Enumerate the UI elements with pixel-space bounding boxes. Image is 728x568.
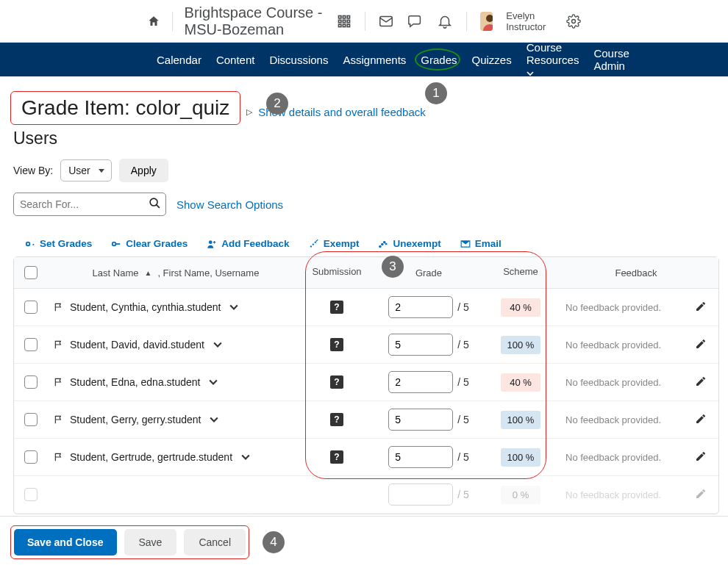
table-header: Last Name ▲ , First Name, Username Submi… [14, 257, 718, 289]
row-checkbox[interactable] [24, 375, 38, 389]
chevron-down-icon[interactable] [209, 378, 218, 387]
student-name[interactable]: Student, Edna, edna.student [70, 376, 200, 388]
flag-icon[interactable] [54, 302, 64, 312]
action-label: Email [475, 238, 502, 249]
chevron-down-icon[interactable] [241, 453, 250, 461]
nav-assignments[interactable]: Assignments [343, 54, 406, 66]
flag-icon[interactable] [54, 452, 64, 462]
svg-rect-9 [380, 16, 393, 26]
user-name[interactable]: Evelyn Instructor [506, 10, 553, 32]
annotation-box-footer: Save and Close Save Cancel [10, 525, 249, 559]
grade-input[interactable] [388, 371, 453, 393]
submission-status-icon[interactable]: ? [330, 301, 343, 314]
app-switcher-icon[interactable] [337, 14, 351, 29]
flag-icon[interactable] [54, 377, 64, 387]
action-clear-grades[interactable]: Clear Grades [111, 238, 188, 249]
action-email[interactable]: Email [460, 238, 502, 249]
col-checkbox-header [14, 257, 48, 288]
select-all-checkbox[interactable] [24, 266, 38, 279]
submission-status-icon[interactable]: ? [330, 413, 343, 426]
scheme-badge: 40 % [501, 373, 540, 392]
scheme-badge: 100 % [501, 448, 540, 467]
view-by-select[interactable]: User [60, 159, 112, 181]
col-submission-header[interactable]: Submission [304, 257, 370, 288]
nav-grades[interactable]: Grades [421, 54, 457, 66]
grade-input[interactable] [388, 296, 453, 318]
grade-input[interactable] [388, 409, 453, 431]
row-checkbox[interactable] [24, 338, 38, 351]
grade-input[interactable] [388, 334, 453, 356]
table-row: Student, Gertrude, gertrude.student ? / … [14, 439, 718, 476]
svg-point-13 [150, 198, 157, 206]
name-header-label: Last Name [93, 267, 139, 278]
grade-input[interactable] [388, 446, 453, 468]
search-row: Show Search Options [13, 193, 718, 216]
nav-course-resources-label: Course Resources [527, 41, 579, 66]
nav-discussions[interactable]: Discussions [269, 54, 328, 66]
edit-feedback-icon[interactable] [695, 488, 707, 502]
search-input[interactable] [20, 198, 149, 210]
svg-rect-4 [343, 20, 345, 22]
callout-4: 4 [263, 531, 285, 553]
student-name[interactable]: Student, David, david.student [70, 339, 204, 350]
nav-course-resources[interactable]: Course Resources [527, 41, 579, 79]
home-icon[interactable] [147, 15, 160, 28]
view-by-row: View By: User Apply [13, 159, 718, 182]
callout-2: 2 [266, 93, 288, 115]
row-checkbox[interactable] [24, 301, 38, 314]
divider [365, 12, 365, 31]
action-set-grades[interactable]: Set Grades [25, 238, 92, 249]
apply-button[interactable]: Apply [119, 159, 168, 182]
svg-point-19 [314, 241, 315, 242]
page-title: Grade Item: color_quiz [15, 93, 235, 123]
chevron-down-icon[interactable] [210, 415, 218, 424]
search-icon[interactable] [149, 197, 161, 212]
footer-bar: Save and Close Save Cancel 4 [0, 516, 728, 568]
submission-status-icon[interactable]: ? [330, 338, 343, 351]
grades-table: 3 Last Name ▲ , First Name, Username Sub… [13, 256, 719, 514]
row-checkbox[interactable] [24, 450, 38, 464]
feedback-text: No feedback provided. [565, 302, 695, 313]
sort-asc-icon: ▲ [144, 269, 151, 277]
svg-point-15 [113, 242, 116, 245]
col-name-header[interactable]: Last Name ▲ , First Name, Username [48, 257, 304, 288]
nav-course-admin[interactable]: Course Admin [593, 47, 629, 72]
flag-icon[interactable] [54, 339, 64, 350]
action-add-feedback[interactable]: Add Feedback [207, 238, 289, 249]
edit-feedback-icon[interactable] [695, 413, 707, 427]
col-scheme-header[interactable]: Scheme [488, 257, 554, 288]
svg-point-22 [384, 241, 385, 242]
nav-calendar[interactable]: Calendar [157, 54, 201, 66]
flag-icon[interactable] [54, 414, 64, 425]
student-name[interactable]: Student, Gertrude, gertrude.student [70, 451, 232, 463]
chevron-down-icon[interactable] [229, 303, 238, 312]
edit-feedback-icon[interactable] [695, 450, 707, 464]
student-name[interactable]: Student, Gerry, gerry.student [70, 414, 201, 425]
row-checkbox[interactable] [24, 488, 38, 501]
row-checkbox[interactable] [24, 413, 38, 426]
submission-status-icon[interactable]: ? [330, 375, 343, 389]
save-and-close-button[interactable]: Save and Close [14, 529, 117, 556]
cancel-button[interactable]: Cancel [184, 529, 246, 556]
search-options-link[interactable]: Show Search Options [176, 198, 283, 211]
grade-input[interactable] [388, 483, 453, 506]
col-feedback-header[interactable]: Feedback [554, 257, 718, 288]
gear-icon[interactable] [566, 14, 581, 29]
nav-quizzes[interactable]: Quizzes [472, 54, 512, 66]
chat-icon[interactable] [407, 13, 424, 29]
mail-icon[interactable] [378, 13, 394, 29]
bell-icon[interactable] [437, 13, 453, 29]
avatar[interactable] [480, 12, 493, 31]
edit-feedback-icon[interactable] [695, 301, 707, 314]
action-exempt[interactable]: Exempt [309, 238, 360, 249]
edit-feedback-icon[interactable] [695, 338, 707, 352]
submission-status-icon[interactable]: ? [330, 450, 343, 464]
svg-rect-1 [343, 15, 345, 18]
student-name[interactable]: Student, Cynthia, cynthia.student [70, 301, 221, 313]
save-button[interactable]: Save [124, 529, 177, 556]
course-title[interactable]: Brightspace Course - MSU-Bozeman [185, 4, 328, 38]
chevron-down-icon[interactable] [213, 340, 222, 349]
action-unexempt[interactable]: Unexempt [378, 238, 440, 249]
edit-feedback-icon[interactable] [695, 375, 707, 389]
nav-content[interactable]: Content [216, 54, 255, 66]
